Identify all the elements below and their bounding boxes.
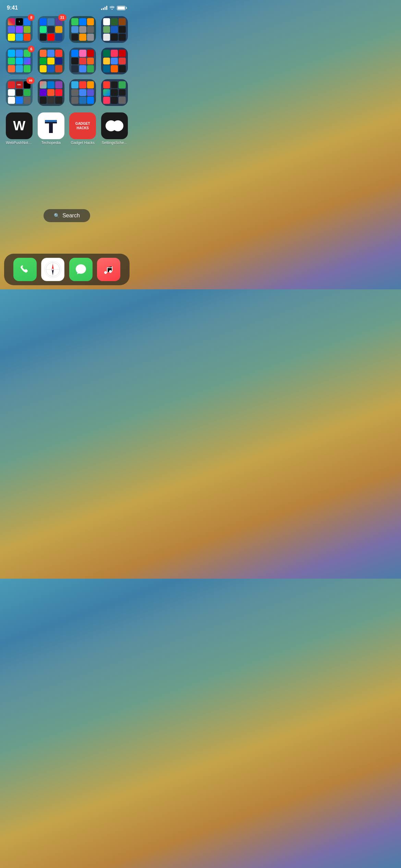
music-icon <box>102 263 115 276</box>
battery-icon <box>117 6 127 10</box>
svg-rect-11 <box>107 267 108 273</box>
app-settingsscheduler[interactable]: SettingsSche... <box>101 112 129 145</box>
webpushnotifi-letter: W <box>13 119 25 133</box>
app-techopedia[interactable]: Techopedia <box>37 112 65 145</box>
folder-shopping[interactable] <box>69 48 97 74</box>
techopedia-label: Techopedia <box>41 141 61 145</box>
badge-social: 8 <box>28 14 35 21</box>
folder-news-games-icon <box>101 16 128 43</box>
badge-streaming: 31 <box>58 14 66 21</box>
standalone-row: W WebPushNotifi... Techopedia <box>5 112 128 145</box>
folder-browsers-icon <box>38 79 64 106</box>
gadgethacks-text: GADGETHACKS <box>73 119 92 132</box>
folder-row-1: 8 T 31 <box>5 16 128 43</box>
svg-rect-12 <box>112 266 112 272</box>
folder-tools-icon <box>69 16 96 43</box>
folder-news-games[interactable] <box>101 16 129 43</box>
settingsscheduler-logo <box>104 119 125 133</box>
badge-news: 99 <box>26 77 35 84</box>
badge-comms: 6 <box>28 46 35 52</box>
app-gadgethacks[interactable]: GADGETHACKS Gadget Hacks <box>69 112 97 145</box>
techopedia-icon <box>38 112 64 139</box>
svg-rect-2 <box>45 120 57 122</box>
search-container: 🔍 Search <box>5 202 128 226</box>
search-label: Search <box>62 213 80 219</box>
folder-streaming[interactable]: 31 <box>37 16 65 43</box>
webpushnotifi-label: WebPushNotifi... <box>6 141 33 145</box>
app-webpushnotifi[interactable]: W WebPushNotifi... <box>5 112 33 145</box>
folder-social[interactable]: 8 T <box>5 16 33 43</box>
folder-comms-icon: 6 <box>6 48 33 74</box>
dock-app-safari[interactable] <box>41 258 64 281</box>
messages-icon <box>74 263 87 276</box>
folder-browsers[interactable] <box>37 79 65 106</box>
home-screen: 8 T 31 <box>0 13 134 229</box>
folder-comms[interactable]: 6 <box>5 48 33 74</box>
folder-shopping-icon <box>69 48 96 74</box>
settingsscheduler-label: SettingsSche... <box>102 141 127 145</box>
safari-icon <box>44 261 61 278</box>
gadgethacks-icon: GADGETHACKS <box>69 112 96 139</box>
phone-icon <box>19 263 31 276</box>
dock-app-messages[interactable] <box>69 258 93 281</box>
folder-news[interactable]: 99 BBC <box>5 79 33 106</box>
folder-utils-icon <box>69 79 96 106</box>
folder-tools[interactable] <box>69 16 97 43</box>
dock-music-icon <box>97 258 120 281</box>
dock-phone-icon <box>13 258 37 281</box>
status-bar: 9:41 <box>0 0 134 13</box>
folder-utils[interactable] <box>69 79 97 106</box>
search-pill[interactable]: 🔍 Search <box>44 209 90 222</box>
folder-food-icon <box>101 48 128 74</box>
folder-productivity[interactable] <box>37 48 65 74</box>
search-icon: 🔍 <box>54 213 60 218</box>
webpushnotifi-icon: W <box>6 112 33 139</box>
status-icons <box>101 5 127 11</box>
wifi-icon <box>109 5 115 11</box>
status-time: 9:41 <box>7 5 18 11</box>
dock-app-music[interactable] <box>97 258 120 281</box>
techopedia-logo <box>41 117 60 135</box>
svg-point-4 <box>112 120 123 131</box>
settingsscheduler-icon <box>101 112 128 139</box>
folder-news-icon: 99 BBC <box>6 79 33 106</box>
folder-finance-icon <box>101 79 128 106</box>
svg-rect-13 <box>107 267 112 268</box>
folder-finance[interactable] <box>101 79 129 106</box>
signal-icon <box>101 6 107 10</box>
gadgethacks-label: Gadget Hacks <box>71 141 95 145</box>
folder-productivity-icon <box>38 48 64 74</box>
folder-streaming-icon: 31 <box>38 16 64 43</box>
dock-app-phone[interactable] <box>13 258 37 281</box>
folder-row-3: 99 BBC <box>5 79 128 106</box>
folder-food[interactable] <box>101 48 129 74</box>
folder-social-icon: 8 T <box>6 16 33 43</box>
dock-messages-icon <box>69 258 93 281</box>
dock-safari-icon <box>41 258 64 281</box>
empty-space <box>5 149 128 197</box>
folder-row-2: 6 <box>5 48 128 74</box>
dock <box>4 254 130 285</box>
